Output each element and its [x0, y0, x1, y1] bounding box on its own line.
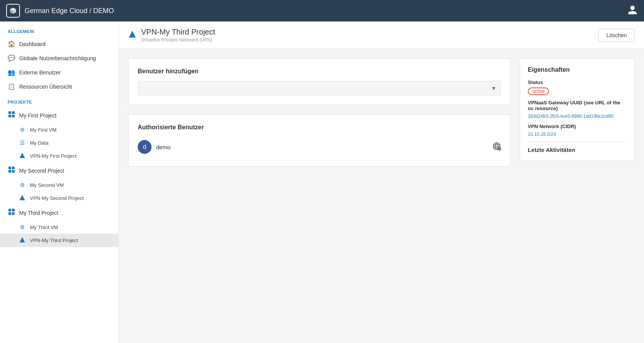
- sub-item-label: My Data: [30, 140, 48, 146]
- sidebar-item-label: Externe Benutzer: [19, 69, 61, 76]
- page-header-left: VPN-My Third Project Virtuelles Privates…: [128, 28, 215, 43]
- sidebar-item-label: Ressourcen Übersicht: [19, 84, 72, 90]
- sidebar-item-second-vm[interactable]: ⚙ My Second VM: [0, 178, 119, 191]
- status-badge: active: [528, 87, 549, 95]
- right-panel: Eigenschaften Status active VPNaaS Gatew…: [520, 58, 635, 334]
- vm-icon: ⚙: [18, 127, 26, 133]
- vm-icon-2: ⚙: [18, 182, 26, 188]
- sidebar-divider: [0, 94, 119, 100]
- allgemein-section-title: ALLGEMEIN: [0, 29, 119, 37]
- header-title: German Edge Cloud / DEMO: [25, 7, 114, 15]
- svg-rect-11: [12, 209, 15, 211]
- sidebar-project-1[interactable]: My First Project: [0, 107, 119, 123]
- sidebar-item-externe[interactable]: 👥 Externe Benutzer: [0, 65, 119, 79]
- benutzer-title: Benutzer hinzufügen: [138, 68, 501, 75]
- user-name: demo: [156, 144, 171, 150]
- avatar-letter: d: [143, 143, 147, 150]
- sidebar-item-dashboard[interactable]: 🏠 Dashboard: [0, 37, 119, 51]
- svg-rect-12: [8, 212, 11, 215]
- sidebar-project-2[interactable]: My Second Project: [0, 163, 119, 178]
- delete-button[interactable]: Löschen: [598, 29, 635, 42]
- page-header: VPN-My Third Project Virtuelles Privates…: [119, 21, 644, 49]
- status-label: Status: [528, 79, 627, 85]
- svg-marker-9: [20, 195, 25, 200]
- content-area: VPN-My Third Project Virtuelles Privates…: [119, 21, 644, 343]
- gateway-label: VPNaaS Gateway UUID (see URL of the oc r…: [528, 100, 627, 111]
- properties-divider: [528, 142, 627, 142]
- sidebar-item-globale[interactable]: 💬 Globale Nutzerbenachrichtigung: [0, 51, 119, 65]
- user-icon[interactable]: [627, 5, 638, 17]
- sidebar-item-label: Dashboard: [19, 41, 46, 47]
- sub-item-label: My Third VM: [30, 224, 58, 230]
- network-label: VPN Network (CIDR): [528, 124, 627, 129]
- page-vpn-icon: [128, 30, 137, 41]
- svg-marker-4: [20, 153, 25, 158]
- svg-rect-10: [8, 209, 11, 211]
- page-title: VPN-My Third Project: [141, 28, 215, 36]
- benutzer-dropdown-wrapper: ▼: [138, 81, 501, 96]
- svg-marker-15: [129, 31, 136, 38]
- svg-rect-2: [8, 115, 11, 117]
- vpn-icon-3: [18, 237, 26, 244]
- vm-icon-3: ⚙: [18, 224, 26, 230]
- sidebar-item-vpn-third[interactable]: VPN-My Third Project: [0, 234, 119, 247]
- sidebar-item-vpn-first[interactable]: VPN-My First Project: [0, 149, 119, 163]
- dashboard-icon: 🏠: [8, 40, 15, 48]
- sidebar-item-ressourcen[interactable]: 📋 Ressourcen Übersicht: [0, 79, 119, 94]
- projekte-section-title: PROJEKTE: [0, 100, 119, 107]
- benutzer-dropdown[interactable]: [138, 81, 501, 96]
- header-left: German Edge Cloud / DEMO: [6, 4, 114, 18]
- users-icon: 👥: [8, 69, 15, 76]
- project-grid-icon-2: [8, 166, 15, 175]
- sub-item-label: VPN-My First Project: [30, 153, 76, 159]
- sub-item-label: VPN-My Second Project: [30, 195, 84, 201]
- main-layout: ALLGEMEIN 🏠 Dashboard 💬 Globale Nutzerbe…: [0, 21, 644, 343]
- vpn-icon: [18, 153, 26, 159]
- svg-rect-8: [12, 170, 15, 173]
- svg-marker-14: [20, 237, 25, 242]
- logo-icon: [6, 4, 20, 18]
- gateway-value: 1b3d24b3-2fc0-4ce5-8980-1dd19bc2cd95: [528, 114, 627, 119]
- sub-item-label: My First VM: [30, 127, 56, 133]
- content-body: Benutzer hinzufügen ▼ Authorisierte Benu…: [119, 49, 644, 343]
- user-avatar: d: [138, 140, 152, 154]
- app-header: German Edge Cloud / DEMO: [0, 0, 644, 21]
- sidebar-item-first-vm[interactable]: ⚙ My First VM: [0, 123, 119, 136]
- authorized-card: Authorisierte Benutzer d demo: [128, 114, 511, 167]
- svg-rect-7: [8, 170, 11, 173]
- project-2-label: My Second Project: [19, 168, 64, 174]
- properties-card: Eigenschaften Status active VPNaaS Gatew…: [520, 58, 635, 161]
- sidebar-item-my-data[interactable]: ☰ My Data: [0, 136, 119, 149]
- project-grid-icon: [8, 111, 15, 120]
- vpn-icon-2: [18, 195, 26, 201]
- svg-rect-3: [12, 115, 15, 117]
- svg-rect-6: [12, 167, 15, 169]
- sidebar: ALLGEMEIN 🏠 Dashboard 💬 Globale Nutzerbe…: [0, 21, 119, 343]
- list-icon: 📋: [8, 83, 15, 90]
- page-subtitle: Virtuelles Privates Netzwerk (VPN): [141, 37, 215, 43]
- sidebar-item-vpn-second[interactable]: VPN-My Second Project: [0, 191, 119, 205]
- project-grid-icon-3: [8, 208, 15, 217]
- authorized-title: Authorisierte Benutzer: [138, 124, 501, 131]
- data-icon: ☰: [18, 140, 26, 146]
- sidebar-item-third-vm[interactable]: ⚙ My Third VM: [0, 221, 119, 234]
- svg-rect-13: [12, 212, 15, 215]
- properties-title: Eigenschaften: [528, 66, 627, 73]
- svg-rect-5: [8, 167, 11, 169]
- user-globe-icon[interactable]: [492, 142, 501, 152]
- sidebar-project-3[interactable]: My Third Project: [0, 205, 119, 221]
- svg-rect-0: [8, 111, 11, 114]
- sidebar-item-label: Globale Nutzerbenachrichtigung: [19, 55, 96, 61]
- project-1-label: My First Project: [19, 112, 56, 119]
- recent-activity-title: Letzte Aktivitäten: [528, 147, 627, 153]
- page-title-block: VPN-My Third Project Virtuelles Privates…: [141, 28, 215, 43]
- user-info: d demo: [138, 140, 171, 154]
- network-value: 10.10.28.0/24: [528, 132, 627, 137]
- left-panel: Benutzer hinzufügen ▼ Authorisierte Benu…: [128, 58, 511, 334]
- user-row: d demo: [138, 137, 501, 157]
- notification-icon: 💬: [8, 54, 15, 62]
- project-3-label: My Third Project: [19, 210, 58, 216]
- svg-rect-1: [12, 111, 15, 114]
- sub-item-label: VPN-My Third Project: [30, 237, 78, 243]
- sub-item-label: My Second VM: [30, 182, 64, 188]
